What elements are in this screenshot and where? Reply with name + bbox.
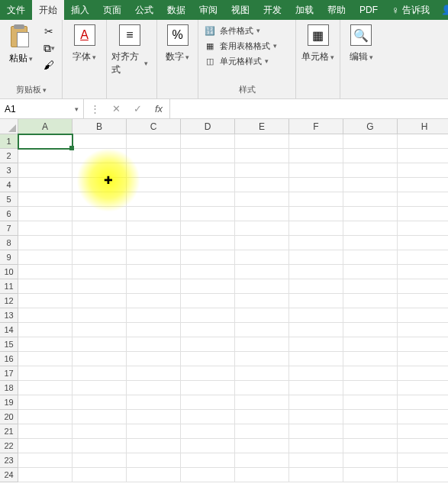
cell-A7[interactable]	[18, 221, 73, 236]
tab-data[interactable]: 数据	[160, 0, 192, 20]
tab-help[interactable]: 帮助	[321, 0, 353, 20]
cell-B12[interactable]	[73, 294, 127, 308]
cell-H18[interactable]	[398, 381, 448, 395]
cells-button[interactable]: ▦ 单元格▾	[301, 23, 335, 63]
cell-A11[interactable]	[18, 279, 73, 294]
chevron-down-icon[interactable]: ▾	[75, 105, 79, 113]
cell-F19[interactable]	[289, 395, 343, 410]
cell-E5[interactable]	[235, 192, 289, 207]
cell-C3[interactable]	[127, 163, 181, 178]
cell-D1[interactable]	[181, 134, 235, 149]
cell-E10[interactable]	[235, 265, 289, 279]
cell-H20[interactable]	[398, 410, 448, 424]
cell-F22[interactable]	[289, 439, 343, 453]
cell-C12[interactable]	[127, 294, 181, 308]
cell-G2[interactable]	[343, 149, 398, 163]
tab-review[interactable]: 审阅	[192, 0, 224, 20]
cell-D11[interactable]	[181, 279, 235, 294]
cell-A13[interactable]	[18, 308, 73, 323]
cell-H22[interactable]	[398, 439, 448, 453]
tab-pdf[interactable]: PDF	[353, 0, 385, 20]
cell-D8[interactable]	[181, 236, 235, 250]
cell-E13[interactable]	[235, 308, 289, 323]
cell-D19[interactable]	[181, 395, 235, 410]
cell-B23[interactable]	[73, 453, 127, 468]
cell-H3[interactable]	[398, 163, 448, 178]
tab-addins[interactable]: 加载	[288, 0, 321, 20]
cell-G19[interactable]	[343, 395, 398, 410]
cell-A21[interactable]	[18, 424, 73, 439]
cell-D2[interactable]	[181, 149, 235, 163]
cell-A12[interactable]	[18, 294, 73, 308]
cell-H10[interactable]	[398, 265, 448, 279]
cell-E23[interactable]	[235, 453, 289, 468]
tab-layout[interactable]: 页面	[96, 0, 128, 20]
cell-E4[interactable]	[235, 178, 289, 192]
cell-A22[interactable]	[18, 439, 73, 453]
row-header-10[interactable]: 10	[0, 265, 18, 279]
cell-D10[interactable]	[181, 265, 235, 279]
cell-G4[interactable]	[343, 178, 398, 192]
cell-E14[interactable]	[235, 323, 289, 337]
row-header-21[interactable]: 21	[0, 424, 18, 439]
dialog-launcher-icon[interactable]: ▾	[43, 86, 47, 94]
row-header-16[interactable]: 16	[0, 352, 18, 366]
cell-F1[interactable]	[289, 134, 343, 149]
cancel-button[interactable]: ✕	[105, 103, 127, 114]
cell-C1[interactable]	[127, 134, 181, 149]
cell-E3[interactable]	[235, 163, 289, 178]
row-header-6[interactable]: 6	[0, 207, 18, 221]
cell-A9[interactable]	[18, 250, 73, 265]
copy-button[interactable]: ⧉▾	[41, 41, 56, 55]
cell-A16[interactable]	[18, 352, 73, 366]
cell-H6[interactable]	[398, 207, 448, 221]
cell-B1[interactable]	[73, 134, 127, 149]
cell-F3[interactable]	[289, 163, 343, 178]
cell-B21[interactable]	[73, 424, 127, 439]
cell-C20[interactable]	[127, 410, 181, 424]
cell-A19[interactable]	[18, 395, 73, 410]
cell-G3[interactable]	[343, 163, 398, 178]
col-header-G[interactable]: G	[343, 119, 398, 134]
cell-F2[interactable]	[289, 149, 343, 163]
cell-A17[interactable]	[18, 366, 73, 381]
row-header-12[interactable]: 12	[0, 294, 18, 308]
cell-E6[interactable]	[235, 207, 289, 221]
cell-B7[interactable]	[73, 221, 127, 236]
cell-F21[interactable]	[289, 424, 343, 439]
row-header-3[interactable]: 3	[0, 163, 18, 178]
cell-B10[interactable]	[73, 265, 127, 279]
cell-H2[interactable]	[398, 149, 448, 163]
cell-G12[interactable]	[343, 294, 398, 308]
row-header-20[interactable]: 20	[0, 410, 18, 424]
cell-G11[interactable]	[343, 279, 398, 294]
cell-D21[interactable]	[181, 424, 235, 439]
cell-C13[interactable]	[127, 308, 181, 323]
cell-B8[interactable]	[73, 236, 127, 250]
cell-G10[interactable]	[343, 265, 398, 279]
cell-G16[interactable]	[343, 352, 398, 366]
cell-F15[interactable]	[289, 337, 343, 352]
cell-A4[interactable]	[18, 178, 73, 192]
formula-expand[interactable]: ⋮	[84, 103, 105, 114]
cell-H17[interactable]	[398, 366, 448, 381]
cell-E22[interactable]	[235, 439, 289, 453]
cell-C8[interactable]	[127, 236, 181, 250]
cell-F6[interactable]	[289, 207, 343, 221]
cell-F10[interactable]	[289, 265, 343, 279]
cell-C4[interactable]	[127, 178, 181, 192]
cell-E7[interactable]	[235, 221, 289, 236]
cell-H24[interactable]	[398, 468, 448, 482]
cell-C7[interactable]	[127, 221, 181, 236]
cell-C6[interactable]	[127, 207, 181, 221]
cell-G20[interactable]	[343, 410, 398, 424]
tab-insert[interactable]: 插入	[64, 0, 96, 20]
cell-styles-button[interactable]: ◫ 单元格样式 ▾	[203, 55, 277, 67]
cell-B5[interactable]	[73, 192, 127, 207]
cell-B17[interactable]	[73, 366, 127, 381]
cell-A10[interactable]	[18, 265, 73, 279]
share-button[interactable]: 👤 共享	[437, 0, 448, 20]
row-header-9[interactable]: 9	[0, 250, 18, 265]
cell-G8[interactable]	[343, 236, 398, 250]
cell-G7[interactable]	[343, 221, 398, 236]
